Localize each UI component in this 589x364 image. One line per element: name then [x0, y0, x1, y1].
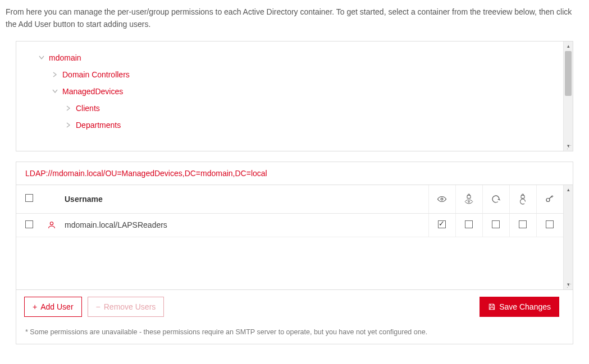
footer-bar: + Add User − Remove Users Save Changes — [16, 289, 573, 324]
table-header-row: Username — [16, 185, 563, 214]
remove-users-button[interactable]: − Remove Users — [88, 297, 165, 317]
tree-label: ManagedDevices — [62, 87, 123, 96]
perm-header-key — [536, 185, 563, 214]
permissions-table: Username — [16, 185, 563, 237]
resize-grip-icon[interactable]: ⋰ — [563, 284, 573, 289]
svg-point-0 — [441, 198, 443, 200]
chevron-down-icon[interactable] — [38, 54, 45, 62]
svg-point-2 — [468, 201, 470, 202]
svg-rect-3 — [521, 195, 524, 198]
perm-header-view — [428, 185, 455, 214]
user-icon — [45, 220, 58, 229]
perm-view-checkbox[interactable] — [438, 220, 446, 228]
chevron-right-icon[interactable] — [51, 71, 59, 79]
select-all-header[interactable] — [16, 185, 42, 214]
svg-rect-1 — [467, 195, 471, 198]
permissions-panel: LDAP://mdomain.local/OU=ManagedDevices,D… — [16, 162, 573, 344]
chevron-down-icon[interactable] — [51, 87, 59, 95]
svg-point-5 — [50, 222, 53, 225]
tree-node-clients[interactable]: Clients — [22, 100, 567, 117]
username-cell: mdomain.local/LAPSReaders — [61, 213, 428, 237]
perm-lock-view-checkbox[interactable] — [465, 220, 473, 228]
tree-node-domain-controllers[interactable]: Domain Controllers — [22, 66, 567, 83]
scroll-up-icon[interactable]: ▴ — [564, 42, 573, 51]
add-user-label: Add User — [40, 302, 73, 311]
minus-icon: − — [96, 302, 101, 311]
scroll-thumb[interactable] — [565, 51, 572, 96]
save-changes-button[interactable]: Save Changes — [480, 297, 559, 317]
username-header: Username — [61, 185, 428, 214]
refresh-icon — [486, 194, 506, 204]
eye-icon — [432, 194, 452, 204]
perm-header-lock-reset — [509, 185, 536, 214]
lock-eye-icon — [459, 193, 479, 205]
plus-icon: + — [33, 302, 37, 311]
save-label: Save Changes — [499, 302, 551, 311]
tree-label: Departments — [76, 121, 121, 130]
svg-point-4 — [546, 198, 550, 201]
footnote: * Some permissions are unavailable - the… — [16, 324, 573, 344]
perm-header-reset — [482, 185, 509, 214]
perm-header-lock-view — [455, 185, 482, 214]
resize-grip-icon[interactable]: ⋰ — [563, 145, 573, 151]
perm-reset-checkbox[interactable] — [492, 220, 500, 228]
key-icon — [540, 194, 560, 204]
scroll-up-icon[interactable]: ▴ — [564, 185, 573, 195]
chevron-right-icon[interactable] — [65, 121, 72, 129]
tree-scrollbar[interactable]: ▴ ▾ — [563, 42, 573, 151]
ldap-path: LDAP://mdomain.local/OU=ManagedDevices,D… — [16, 162, 573, 185]
intro-text: From here you can manage the per-user/gr… — [6, 6, 583, 31]
tree-label: Domain Controllers — [62, 70, 130, 79]
row-checkbox[interactable] — [25, 220, 33, 228]
checkbox-icon[interactable] — [25, 194, 33, 202]
tree-node-mdomain[interactable]: mdomain — [22, 49, 567, 66]
chevron-right-icon[interactable] — [65, 104, 72, 112]
ou-tree-panel: mdomain Domain Controllers ManagedDevice… — [16, 41, 573, 151]
save-icon — [488, 303, 496, 311]
tree-node-manageddevices[interactable]: ManagedDevices — [22, 83, 567, 100]
add-user-button[interactable]: + Add User — [24, 297, 82, 317]
table-scrollbar[interactable]: ▴ ▾ — [563, 185, 573, 289]
lock-refresh-icon — [513, 193, 533, 205]
perm-key-checkbox[interactable] — [546, 220, 554, 228]
tree-node-departments[interactable]: Departments — [22, 117, 567, 133]
remove-users-label: Remove Users — [104, 302, 156, 311]
tree-label: Clients — [76, 104, 100, 113]
tree-label: mdomain — [49, 53, 81, 62]
ou-tree: mdomain Domain Controllers ManagedDevice… — [16, 42, 573, 141]
perm-lock-reset-checkbox[interactable] — [519, 220, 527, 228]
table-row[interactable]: mdomain.local/LAPSReaders — [16, 213, 563, 237]
